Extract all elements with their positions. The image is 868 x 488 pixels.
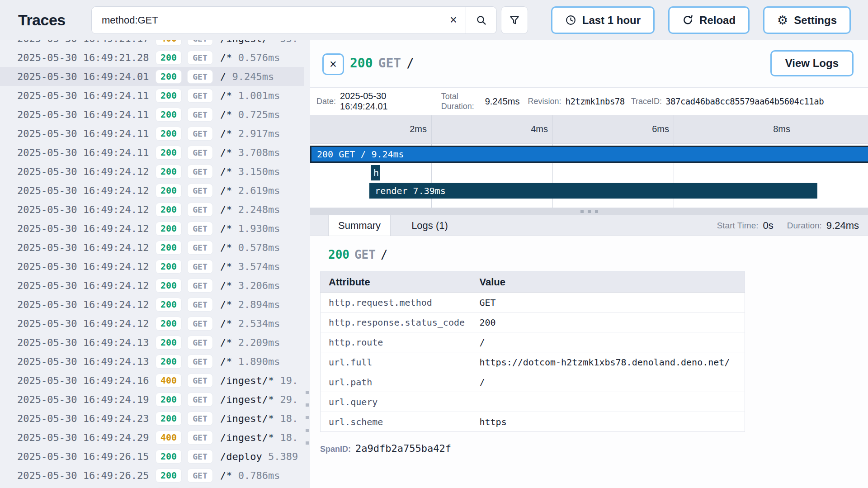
top-bar: Traces × (0, 0, 868, 40)
status-badge: 400 (156, 374, 182, 388)
search-input[interactable] (91, 6, 441, 34)
attribute-row: url.query (321, 392, 745, 412)
method-badge: GET (187, 393, 213, 407)
method-badge: GET (187, 298, 213, 312)
trace-list-row[interactable]: 2025-05-30 16:49:24.11 200 GET /* 2.917m… (0, 124, 304, 143)
trace-list-row[interactable]: 2025-05-30 16:49:24.16 400 GET /ingest/*… (0, 371, 304, 390)
attribute-value: GET (472, 293, 745, 313)
trace-path: /ingest/* 18. (220, 413, 298, 424)
trace-list-row[interactable]: 2025-05-30 16:49:24.12 200 GET /* 2.534m… (0, 314, 304, 333)
attributes-table-header-value: Value (472, 272, 745, 293)
trace-list-row[interactable]: 2025-05-30 16:49:24.12 200 GET /* 2.894m… (0, 295, 304, 314)
settings-button[interactable]: ⚙ Settings (763, 6, 851, 34)
method-badge: GET (187, 40, 213, 46)
trace-timestamp: 2025-05-30 16:49:24.13 (17, 356, 149, 367)
close-detail-button[interactable]: × (322, 53, 344, 75)
method-badge: GET (187, 260, 213, 274)
reload-button[interactable]: Reload (668, 6, 750, 34)
trace-list-row[interactable]: 2025-05-30 16:49:26.15 200 GET /deploy 5… (0, 447, 304, 466)
timeline-tick-label: 6ms (631, 124, 669, 134)
start-time-label: Start Time: (717, 221, 759, 231)
trace-list-scrollbar[interactable] (304, 40, 310, 488)
attribute-row: http.route / (321, 332, 745, 352)
trace-list-row[interactable]: 2025-05-30 16:49:24.01 200 GET / 9.245ms (0, 67, 304, 86)
trace-path: /ingest/* 18. (220, 432, 298, 443)
attribute-name: http.route (321, 332, 472, 352)
trace-path: /* 2.248ms (220, 204, 280, 215)
timeline-span-bar[interactable]: h (371, 165, 380, 180)
trace-list-row[interactable]: 2025-05-30 16:49:24.13 200 GET /* 1.890m… (0, 352, 304, 371)
method-badge: GET (187, 184, 213, 198)
span-timeline: 2ms4ms6ms8ms200 GET / 9.24mshrender 7.39… (310, 115, 868, 208)
status-badge: 200 (156, 108, 182, 122)
status-badge: 200 (156, 412, 182, 426)
summary-heading-method: GET (354, 248, 376, 261)
method-badge: GET (187, 203, 213, 217)
status-badge: 200 (156, 260, 182, 274)
trace-list-row[interactable]: 2025-05-30 16:49:24.12 200 GET /* 1.930m… (0, 219, 304, 238)
detail-meta-bar: Date: 2025-05-30 16:49:24.01 Total Durat… (310, 87, 868, 115)
revision-label: Revision: (528, 97, 561, 106)
trace-timestamp: 2025-05-30 16:49:21.17 (17, 40, 149, 44)
span-timing-info: Start Time: 0s Duration: 9.24ms (717, 215, 859, 236)
trace-timestamp: 2025-05-30 16:49:24.11 (17, 128, 149, 139)
trace-list-row[interactable]: 2025-05-30 16:49:24.12 200 GET /* 2.248m… (0, 200, 304, 219)
attribute-row: url.full https://dotcom-h2tzmk1xbs78.den… (321, 352, 745, 372)
trace-timestamp: 2025-05-30 16:49:24.11 (17, 90, 149, 101)
trace-list-row[interactable]: 2025-05-30 16:49:21.17 400 GET /ingest/*… (0, 40, 304, 48)
method-badge: GET (187, 89, 213, 103)
tab-summary[interactable]: Summary (328, 215, 391, 236)
trace-list-row[interactable]: 2025-05-30 16:49:26.25 200 GET /* 0.786m… (0, 466, 304, 485)
detail-title: 200 GET / (350, 56, 414, 71)
trace-list-row[interactable]: 2025-05-30 16:49:26.32 200 GET /* 0.5 (0, 485, 304, 488)
status-badge: 200 (156, 70, 182, 84)
trace-list-row[interactable]: 2025-05-30 16:49:24.23 200 GET /ingest/*… (0, 409, 304, 428)
trace-list-row[interactable]: 2025-05-30 16:49:24.12 200 GET /* 0.578m… (0, 238, 304, 257)
status-badge: 200 (156, 165, 182, 179)
panel-resize-handle[interactable] (310, 208, 868, 215)
trace-timestamp: 2025-05-30 16:49:26.25 (17, 470, 149, 481)
tab-logs[interactable]: Logs (1) (402, 215, 458, 236)
attribute-value: / (472, 332, 745, 352)
detail-tab-bar: Summary Logs (1) Start Time: 0s Duration… (310, 215, 868, 236)
attribute-name: url.scheme (321, 412, 472, 432)
trace-list-row[interactable]: 2025-05-30 16:49:24.13 200 GET /* 2.209m… (0, 333, 304, 352)
trace-timestamp: 2025-05-30 16:49:24.12 (17, 185, 149, 196)
filter-button[interactable] (501, 6, 528, 34)
attribute-name: url.path (321, 372, 472, 392)
method-badge: GET (187, 355, 213, 369)
method-badge: GET (187, 165, 213, 179)
traces-app: Traces × (0, 0, 868, 488)
trace-list-row[interactable]: 2025-05-30 16:49:24.12 200 GET /* 2.619m… (0, 181, 304, 200)
trace-list-row[interactable]: 2025-05-30 16:49:24.12 200 GET /* 3.574m… (0, 257, 304, 276)
timeline-span-bar[interactable]: render 7.39ms (369, 183, 817, 199)
search-button[interactable] (466, 6, 497, 34)
trace-list-row[interactable]: 2025-05-30 16:49:24.11 200 GET /* 1.001m… (0, 86, 304, 105)
method-badge: GET (187, 51, 213, 65)
status-badge: 200 (156, 184, 182, 198)
trace-path: /* 3.574ms (220, 261, 280, 272)
method-badge: GET (187, 222, 213, 236)
method-badge: GET (187, 241, 213, 255)
span-duration-label: Duration: (787, 221, 822, 231)
detail-title-status: 200 (350, 56, 373, 71)
attribute-name: http.request.method (321, 293, 472, 313)
time-range-button[interactable]: Last 1 hour (551, 6, 655, 34)
summary-tab-content: 200 GET / Attribute Value http.request.m… (310, 236, 868, 454)
timeline-span-bar[interactable]: 200 GET / 9.24ms (310, 146, 868, 163)
clear-search-button[interactable]: × (441, 6, 466, 34)
summary-heading: 200 GET / (328, 248, 868, 261)
trace-list-row[interactable]: 2025-05-30 16:49:24.11 200 GET /* 0.725m… (0, 105, 304, 124)
trace-path: /* 3.206ms (220, 280, 280, 291)
attribute-value: https (472, 412, 745, 432)
trace-path: /* 0.786ms (220, 470, 280, 481)
trace-path: /* 0.725ms (220, 109, 280, 120)
trace-list-row[interactable]: 2025-05-30 16:49:24.29 400 GET /ingest/*… (0, 428, 304, 447)
trace-list-row[interactable]: 2025-05-30 16:49:21.28 200 GET /* 0.576m… (0, 48, 304, 67)
method-badge: GET (187, 431, 213, 445)
trace-list-row[interactable]: 2025-05-30 16:49:24.19 200 GET /ingest/*… (0, 390, 304, 409)
view-logs-button[interactable]: View Logs (770, 50, 854, 76)
trace-list-row[interactable]: 2025-05-30 16:49:24.12 200 GET /* 3.150m… (0, 162, 304, 181)
trace-list-row[interactable]: 2025-05-30 16:49:24.11 200 GET /* 3.708m… (0, 143, 304, 162)
trace-list-row[interactable]: 2025-05-30 16:49:24.12 200 GET /* 3.206m… (0, 276, 304, 295)
